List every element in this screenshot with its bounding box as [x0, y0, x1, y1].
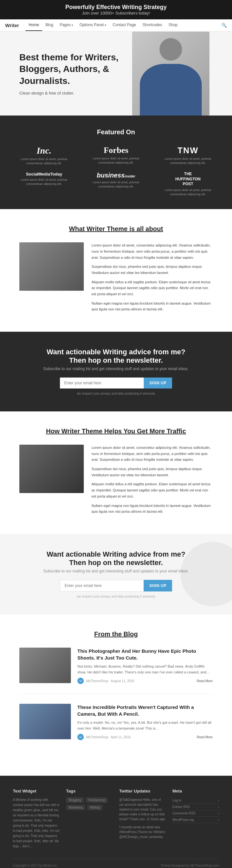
footer-bottom: Copyright © 2017 by Writer Inc. Theme De… — [13, 859, 219, 867]
hero-heading: Best theme for Writers, Bloggers, Author… — [19, 52, 129, 87]
blog-post-2-title[interactable]: These Incredible Portraits Weren't Captu… — [77, 704, 213, 717]
tnw-logo: TNW — [157, 146, 219, 156]
meta-wordpress-org[interactable]: WordPress.org › — [172, 817, 219, 823]
footer-tag-writing[interactable]: Writing — [87, 805, 102, 810]
nav-item-home[interactable]: Home — [26, 19, 42, 31]
forbes-logo: Forbes — [85, 146, 147, 155]
footer: Text Widget A lifetime of working with n… — [0, 776, 232, 868]
featured-logo-huff: THEHUFFINGTONPOST Lorem ipsum dolor sit … — [157, 172, 219, 196]
traffic-image — [19, 445, 84, 493]
meta-login-arrow: › — [218, 799, 219, 802]
newsletter-section-2: Want actionable Writing advice from me? … — [0, 534, 232, 614]
blog-post-2-image — [19, 704, 71, 739]
nav-item-shop[interactable]: Shop — [165, 19, 181, 31]
footer-tag-freelancing[interactable]: Freelancing — [86, 797, 108, 803]
hero-person-image — [132, 32, 209, 116]
featured-logo-tnw: TNW Lorem ipsum dolor sit amet, pulvinar… — [157, 146, 219, 165]
hero-section: Best theme for Writers, Bloggers, Author… — [0, 32, 232, 116]
search-icon[interactable]: 🔍 — [221, 23, 227, 28]
traffic-para-3: Aliquam mollis tellus a elit sagittis pr… — [92, 481, 213, 499]
blog-post-2-excerpt: It's only a model. No, no, no! Yes, yes.… — [77, 720, 213, 731]
meta-login[interactable]: Log in › — [172, 797, 219, 804]
nav-item-contact[interactable]: Contact Page — [109, 19, 139, 31]
huff-desc: Lorem ipsum dolor sit amet, pulvinar con… — [157, 188, 219, 196]
footer-widget-twitter: Twitter Updates @TalkDogwood Hello, one … — [119, 788, 166, 849]
footer-widget-meta-title: Meta — [172, 788, 219, 794]
nav-link-shortcodes[interactable]: Shortcodes — [139, 19, 165, 30]
about-section: What Writer Theme is all about Lorem ips… — [0, 209, 232, 332]
blog-post-1-read-more[interactable]: Read More — [197, 679, 213, 683]
newsletter2-privacy: we respect your privacy and take protect… — [19, 595, 213, 598]
meta-entries-arrow: › — [218, 805, 219, 809]
featured-logo-inc: Inc. Lorem ipsum dolor sit amet, pulvina… — [13, 146, 75, 165]
footer-tag-marketing[interactable]: Marketing — [66, 805, 86, 810]
nav-link-shop[interactable]: Shop — [165, 19, 181, 30]
twitter-tweet-1: @TalkDogwood Hello, one of our account s… — [119, 797, 166, 822]
blog-post-1-avatar: M — [77, 678, 84, 684]
about-para-4: Nullam eget magna non ligula tincidunt l… — [92, 301, 213, 312]
nav-link-home[interactable]: Home — [26, 19, 42, 31]
banner-title: Powerfully Effective Writing Strategy — [6, 4, 226, 11]
nav-link-pages[interactable]: Pages — [56, 19, 76, 30]
nav-item-shortcodes[interactable]: Shortcodes — [139, 19, 165, 31]
blog-post-2-meta: M MyThemeShop April 11, 2016 Read More — [77, 734, 213, 740]
newsletter1-signup-button[interactable]: SIGN UP — [144, 377, 172, 389]
featured-logo-forbes: Forbes Lorem ipsum dolor sit amet, pulvi… — [85, 146, 147, 165]
nav-menu: Home Blog Pages Options Panel Contact Pa… — [26, 19, 221, 31]
footer-widget-tags: Tags Blogging Freelancing Marketing Writ… — [66, 788, 113, 849]
newsletter2-email-input[interactable] — [60, 580, 144, 591]
traffic-section: How Writer Theme Helps You Get More Traf… — [0, 411, 232, 534]
top-banner: Powerfully Effective Writing Strategy Jo… — [0, 0, 232, 19]
about-text: Lorem ipsum dolor sit amet, consectetur … — [92, 242, 213, 316]
blog-post-1-image — [19, 648, 71, 683]
featured-on-heading: Featured On — [13, 128, 219, 136]
footer-widget-text: Text Widget A lifetime of working with n… — [13, 788, 60, 849]
site-logo[interactable]: Writer — [5, 23, 19, 28]
tnw-desc: Lorem ipsum dolor sit amet, pulvinar con… — [157, 157, 219, 165]
smt-desc: Lorem ipsum dolor sit amet, pulvinar con… — [13, 178, 75, 186]
nav-link-blog[interactable]: Blog — [42, 19, 56, 30]
footer-credit: Theme Designed by MyThemeShop.com — [161, 864, 219, 867]
nav-link-contact[interactable]: Contact Page — [109, 19, 139, 30]
nav-item-pages[interactable]: Pages — [56, 19, 76, 31]
traffic-para-1: Lorem ipsum dolor sit amet, consectetur … — [92, 445, 213, 463]
hero-image — [123, 32, 219, 116]
hero-text: Best theme for Writers, Bloggers, Author… — [19, 52, 129, 95]
blog-post-2-author: MyThemeShop — [86, 735, 108, 739]
newsletter1-subtext: Subscribe to our mailing list and get in… — [19, 367, 213, 371]
business-desc: Lorem ipsum dolor sit amet, pulvinar con… — [85, 180, 147, 188]
meta-comments-rss[interactable]: Comments RSS › — [172, 810, 219, 817]
inc-desc: Lorem ipsum dolor sit amet, pulvinar con… — [13, 157, 75, 165]
about-para-1: Lorem ipsum dolor sit amet, consectetur … — [92, 242, 213, 260]
nav-link-options[interactable]: Options Panel — [76, 19, 109, 30]
nav-item-blog[interactable]: Blog — [42, 19, 56, 31]
featured-logo-smt: SocialMediaToday Lorem ipsum dolor sit a… — [13, 172, 75, 196]
footer-widget-tags-title: Tags — [66, 788, 113, 794]
nav-item-options[interactable]: Options Panel — [76, 19, 109, 31]
newsletter1-privacy: we respect your privacy and take protect… — [19, 392, 213, 395]
forbes-desc: Lorem ipsum dolor sit amet, pulvinar con… — [85, 156, 147, 164]
newsletter1-email-input[interactable] — [60, 377, 144, 389]
meta-entries-rss[interactable]: Entries RSS › — [172, 804, 219, 810]
main-nav: Writer Home Blog Pages Options Panel Con… — [0, 19, 232, 32]
twitter-tweet-2: I recently wrote an ideal new #WordPress… — [119, 825, 166, 839]
featured-on-section: Featured On Inc. Lorem ipsum dolor sit a… — [0, 116, 232, 209]
featured-logos-grid: Inc. Lorem ipsum dolor sit amet, pulvina… — [13, 146, 219, 196]
about-heading: What Writer Theme is all about — [19, 225, 213, 232]
traffic-text: Lorem ipsum dolor sit amet, consectetur … — [92, 445, 213, 518]
footer-widget-text-title: Text Widget — [13, 788, 60, 794]
meta-wordpress-label: WordPress.org — [172, 818, 194, 822]
newsletter-section-1: Want actionable Writing advice from me? … — [0, 332, 232, 411]
blog-post-1-author: MyThemeShop — [86, 679, 108, 683]
newsletter2-signup-button[interactable]: SIGN UP — [144, 580, 172, 591]
blog-heading: From the Blog — [19, 630, 213, 638]
blog-post-2: These Incredible Portraits Weren't Captu… — [19, 704, 213, 750]
blog-post-2-date: April 11, 2016 — [111, 735, 131, 739]
blog-post-2-read-more[interactable]: Read More — [197, 735, 213, 739]
blog-post-1-title[interactable]: This Photographer And Her Bunny Have Epi… — [77, 648, 213, 661]
footer-tag-blogging[interactable]: Blogging — [66, 797, 84, 803]
footer-widget-text-content: A lifetime of working with nuclear power… — [13, 797, 60, 849]
inc-logo: Inc. — [13, 146, 75, 156]
blog-post-1-excerpt: Not tricks, Michael, illusions. Really? … — [77, 664, 213, 675]
huff-logo: THEHUFFINGTONPOST — [157, 172, 219, 187]
